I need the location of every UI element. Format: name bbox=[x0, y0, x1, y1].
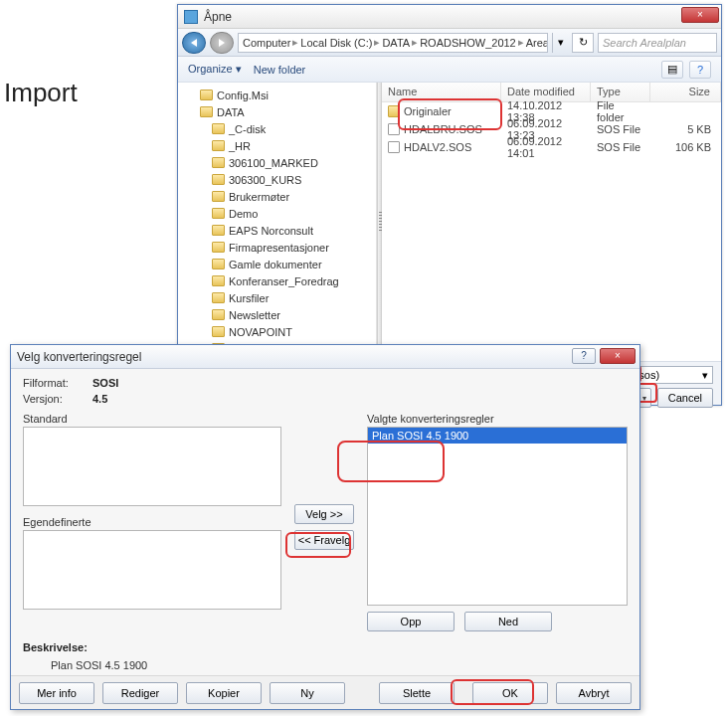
tree-item-label: 306100_MARKED bbox=[229, 157, 318, 169]
file-icon bbox=[388, 141, 400, 153]
tree-item[interactable]: 306100_MARKED bbox=[178, 154, 376, 171]
versjon-label: Versjon: bbox=[23, 393, 83, 405]
highlight-selected-files bbox=[398, 98, 502, 130]
tree-item-label: Kursfiler bbox=[229, 292, 269, 304]
ny-button[interactable]: Ny bbox=[270, 682, 345, 704]
chevron-right-icon: ▸ bbox=[518, 36, 524, 49]
file-row[interactable]: HDALV2.SOS06.09.2012 14:01SOS File106 KB bbox=[382, 138, 721, 156]
folder-icon bbox=[212, 157, 225, 168]
highlight-velg bbox=[285, 532, 351, 558]
open-dialog-title: Åpne bbox=[204, 10, 232, 24]
organize-menu[interactable]: Organize ▾ bbox=[188, 63, 242, 76]
highlight-ok bbox=[451, 679, 534, 705]
egendef-listbox[interactable] bbox=[23, 530, 281, 610]
avbryt-button[interactable]: Avbryt bbox=[556, 682, 632, 704]
breadcrumb-dropdown[interactable]: ▾ bbox=[552, 33, 568, 53]
folder-icon bbox=[212, 225, 225, 236]
import-heading: Import bbox=[4, 78, 78, 108]
tree-item-label: Demo bbox=[229, 208, 258, 220]
beskrivelse-text: Plan SOSI 4.5 1900 bbox=[51, 659, 628, 671]
highlight-valgte bbox=[337, 441, 445, 482]
filformat-value: SOSI bbox=[92, 377, 118, 389]
col-size[interactable]: Size bbox=[650, 83, 721, 101]
folder-icon bbox=[212, 123, 225, 134]
opp-button[interactable]: Opp bbox=[367, 612, 455, 631]
slette-button[interactable]: Slette bbox=[379, 682, 455, 704]
merinfo-button[interactable]: Mer info bbox=[19, 682, 94, 704]
folder-icon bbox=[212, 309, 225, 320]
tree-item[interactable]: Newsletter bbox=[178, 306, 376, 323]
nav-forward-button[interactable] bbox=[210, 32, 234, 54]
tree-item-label: Konferanser_Foredrag bbox=[229, 275, 339, 287]
new-folder-button[interactable]: New folder bbox=[254, 64, 306, 76]
breadcrumb-item[interactable]: Arealplan bbox=[526, 37, 548, 49]
tree-item[interactable]: Brukermøter bbox=[178, 188, 376, 205]
tree-item[interactable]: EAPS Norconsult bbox=[178, 222, 376, 239]
help-icon[interactable]: ? bbox=[689, 61, 711, 79]
app-icon bbox=[184, 10, 198, 24]
folder-icon bbox=[212, 191, 225, 202]
tree-item[interactable]: 306300_KURS bbox=[178, 171, 376, 188]
help-button[interactable]: ? bbox=[572, 348, 596, 364]
ned-button[interactable]: Ned bbox=[464, 612, 552, 631]
folder-icon bbox=[212, 140, 225, 151]
file-name: HDALV2.SOS bbox=[404, 141, 471, 153]
tree-item[interactable]: _HR bbox=[178, 137, 376, 154]
view-options-button[interactable]: ▤ bbox=[661, 61, 683, 79]
close-button[interactable]: × bbox=[600, 348, 636, 364]
tree-item[interactable]: NOVAPOINT bbox=[178, 323, 376, 340]
breadcrumb-item[interactable]: ROADSHOW_2012 bbox=[420, 37, 516, 49]
tree-item[interactable]: Demo bbox=[178, 205, 376, 222]
close-button[interactable]: × bbox=[681, 7, 719, 23]
kopier-button[interactable]: Kopier bbox=[186, 682, 262, 704]
folder-icon bbox=[200, 90, 213, 100]
folder-icon bbox=[212, 326, 225, 337]
folder-icon bbox=[212, 292, 225, 303]
file-type: File folder bbox=[591, 99, 650, 123]
breadcrumb-item[interactable]: Local Disk (C:) bbox=[300, 37, 372, 49]
chevron-right-icon: ▸ bbox=[374, 36, 380, 49]
folder-icon bbox=[212, 259, 225, 269]
splitter[interactable] bbox=[377, 83, 382, 361]
nav-back-button[interactable] bbox=[182, 32, 206, 54]
tree-item[interactable]: Gamle dokumenter bbox=[178, 256, 376, 272]
tree-item[interactable]: Firmapresentasjoner bbox=[178, 239, 376, 256]
tree-item[interactable]: Config.Msi bbox=[178, 87, 376, 103]
nav-bar: Computer▸ Local Disk (C:)▸ DATA▸ ROADSHO… bbox=[178, 29, 721, 57]
filformat-label: Filformat: bbox=[23, 377, 83, 389]
folder-icon bbox=[200, 106, 213, 117]
file-type: SOS File bbox=[591, 141, 650, 153]
tree-item-label: _HR bbox=[229, 140, 251, 152]
tree-item[interactable]: _C-disk bbox=[178, 120, 376, 137]
tree-item[interactable]: Konferanser_Foredrag bbox=[178, 272, 376, 289]
tree-item-label: Gamle dokumenter bbox=[229, 259, 322, 270]
search-input[interactable]: Search Arealplan bbox=[598, 33, 717, 53]
open-dialog-toolbar: Organize ▾ New folder ▤ ? bbox=[178, 57, 721, 83]
tree-item-label: _C-disk bbox=[229, 123, 266, 135]
chevron-down-icon: ▾ bbox=[702, 369, 708, 382]
egendef-label: Egendefinerte bbox=[23, 516, 281, 528]
konv-titlebar: Velg konverteringsregel ? × bbox=[11, 345, 639, 369]
tree-item-label: NOVAPOINT bbox=[229, 326, 292, 338]
konv-title: Velg konverteringsregel bbox=[17, 350, 141, 364]
tree-item-label: Config.Msi bbox=[217, 90, 269, 101]
tree-item[interactable]: Kursfiler bbox=[178, 289, 376, 306]
tree-item-label: 306300_KURS bbox=[229, 174, 301, 186]
tree-item-label: Brukermøter bbox=[229, 191, 289, 203]
breadcrumb[interactable]: Computer▸ Local Disk (C:)▸ DATA▸ ROADSHO… bbox=[238, 33, 548, 53]
tree-item[interactable]: DATA bbox=[178, 103, 376, 120]
beskrivelse-label: Beskrivelse: bbox=[23, 641, 628, 653]
standard-label: Standard bbox=[23, 413, 281, 425]
conversion-rule-dialog: Velg konverteringsregel ? × Filformat: S… bbox=[10, 344, 640, 710]
breadcrumb-item[interactable]: DATA bbox=[382, 37, 410, 49]
refresh-button[interactable]: ↻ bbox=[572, 33, 594, 53]
tree-item-label: EAPS Norconsult bbox=[229, 225, 313, 237]
cancel-button[interactable]: Cancel bbox=[657, 388, 713, 408]
folder-tree[interactable]: Config.MsiDATA_C-disk_HR306100_MARKED306… bbox=[178, 83, 377, 361]
velg-button[interactable]: Velg >> bbox=[294, 504, 354, 524]
folder-icon bbox=[212, 208, 225, 219]
breadcrumb-item[interactable]: Computer bbox=[243, 37, 290, 49]
folder-icon bbox=[212, 174, 225, 185]
rediger-button[interactable]: Rediger bbox=[102, 682, 178, 704]
standard-listbox[interactable] bbox=[23, 427, 281, 506]
